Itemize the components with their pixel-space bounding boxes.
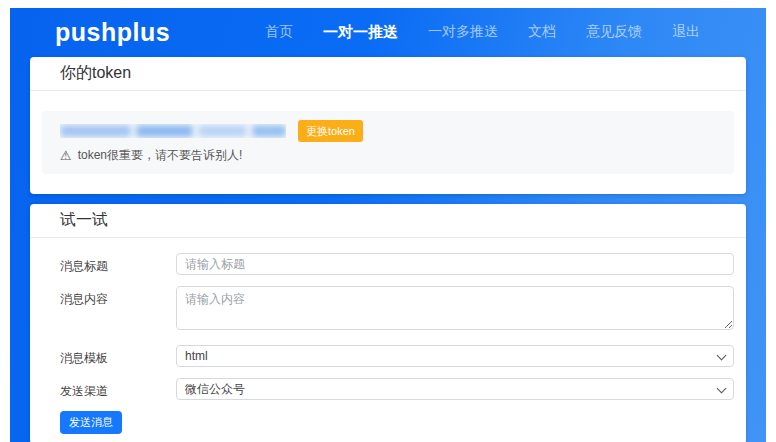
token-warning-text: token很重要，请不要告诉别人! xyxy=(78,147,243,164)
warning-icon: ⚠ xyxy=(60,149,72,163)
nav-item-feedback[interactable]: 意见反馈 xyxy=(586,23,642,41)
message-template-select[interactable]: html xyxy=(176,345,734,367)
censored-token xyxy=(60,124,286,138)
message-content-textarea[interactable] xyxy=(176,286,734,330)
try-card-title: 试一试 xyxy=(60,210,716,230)
change-token-button[interactable]: 更换token xyxy=(298,120,363,142)
message-content-label: 消息内容 xyxy=(60,286,176,308)
page-content: 你的token 更换token ⚠ token很重要，请不要告诉别人! xyxy=(10,56,766,442)
token-card: 你的token 更换token ⚠ token很重要，请不要告诉别人! xyxy=(30,57,746,194)
try-card: 试一试 消息标题 消息内容 消息模板 xyxy=(30,204,746,442)
nav-item-one-to-one-push[interactable]: 一对一推送 xyxy=(323,23,398,42)
message-template-label: 消息模板 xyxy=(60,345,176,367)
nav-item-logout[interactable]: 退出 xyxy=(672,23,700,41)
page-background: pushplus 首页 一对一推送 一对多推送 文档 意见反馈 退出 你的tok… xyxy=(10,8,766,442)
form-row-channel: 发送渠道 微信公众号 xyxy=(60,378,734,400)
nav-item-home[interactable]: 首页 xyxy=(265,23,293,41)
token-card-body: 更换token ⚠ token很重要，请不要告诉别人! xyxy=(30,91,746,194)
top-navbar: pushplus 首页 一对一推送 一对多推送 文档 意见反馈 退出 xyxy=(10,8,766,56)
nav-item-docs[interactable]: 文档 xyxy=(528,23,556,41)
form-row-content: 消息内容 xyxy=(60,286,734,334)
send-channel-select[interactable]: 微信公众号 xyxy=(176,378,734,400)
token-card-title: 你的token xyxy=(60,63,716,83)
try-card-header: 试一试 xyxy=(30,204,746,238)
brand-logo[interactable]: pushplus xyxy=(55,18,170,47)
nav-item-one-to-many-push[interactable]: 一对多推送 xyxy=(428,23,498,41)
try-card-body: 消息标题 消息内容 消息模板 html xyxy=(30,238,746,442)
message-title-label: 消息标题 xyxy=(60,253,176,275)
token-row: 更换token xyxy=(60,120,716,142)
token-warning: ⚠ token很重要，请不要告诉别人! xyxy=(60,147,716,164)
send-message-button[interactable]: 发送消息 xyxy=(60,411,122,434)
form-row-title: 消息标题 xyxy=(60,253,734,275)
send-channel-label: 发送渠道 xyxy=(60,378,176,400)
nav-menu: 首页 一对一推送 一对多推送 文档 意见反馈 退出 xyxy=(265,23,700,42)
message-title-input[interactable] xyxy=(176,253,734,275)
token-box: 更换token ⚠ token很重要，请不要告诉别人! xyxy=(42,111,734,174)
form-row-template: 消息模板 html xyxy=(60,345,734,367)
token-card-header: 你的token xyxy=(30,57,746,91)
